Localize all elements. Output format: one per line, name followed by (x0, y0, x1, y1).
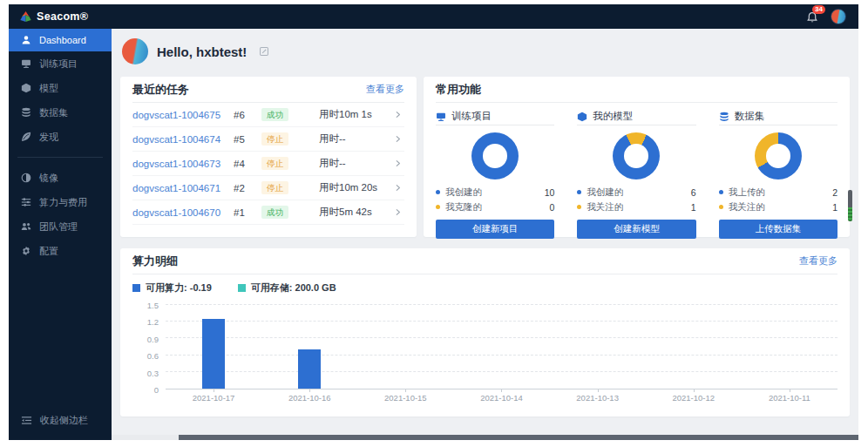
task-duration: 用时-- (319, 157, 394, 170)
training-projects-action-button[interactable]: 创建新项目 (436, 220, 554, 239)
chevron-right-icon[interactable] (394, 111, 404, 119)
sidebar-item-label: 模型 (39, 82, 58, 95)
sidebar-item-label: 算力与费用 (39, 196, 87, 209)
task-row[interactable]: dogvscat1-1004674#5停止用时-- (132, 127, 404, 152)
x-tick-label: 2021-10-15 (357, 389, 453, 403)
sidebar-item-images[interactable]: 镜像 (9, 166, 112, 190)
x-tick-label: 2021-10-13 (550, 389, 646, 403)
function-column-title: 我的模型 (593, 110, 633, 123)
notifications-button[interactable]: 34 (806, 10, 820, 24)
sidebar-item-label: 配置 (39, 245, 58, 258)
sidebar-item-label: 团队管理 (39, 220, 78, 234)
legend-value: 1 (691, 202, 696, 213)
task-run-number: #6 (234, 110, 261, 120)
task-run-number: #1 (234, 207, 261, 218)
legend-value: 0 (549, 202, 554, 213)
legend-swatch (238, 284, 246, 292)
chart-bar[interactable] (202, 319, 225, 389)
task-row[interactable]: dogvscat1-1004670#1成功用时5m 42s (132, 200, 404, 225)
task-duration: 用时10m 1s (319, 108, 394, 121)
recent-tasks-card: 最近的任务 查看更多 dogvscat1-1004675#6成功用时10m 1s… (120, 77, 417, 237)
task-status-badge: 停止 (261, 181, 288, 194)
sidebar-item-dashboard[interactable]: Dashboard (9, 29, 112, 51)
mirror-icon (21, 173, 31, 183)
function-columns: 训练项目我创建的10我克隆的0创建新项目我的模型我创建的6我关注的1创建新模型数… (436, 103, 837, 239)
chart-bar-slot (166, 305, 261, 389)
task-row[interactable]: dogvscat1-1004675#6成功用时10m 1s (132, 103, 404, 127)
task-name-link[interactable]: dogvscat1-1004674 (132, 134, 234, 145)
sidebar-item-models[interactable]: 模型 (9, 76, 112, 100)
x-tick-label: 2021-10-16 (261, 389, 357, 403)
sidebar-item-label: 数据集 (39, 106, 68, 119)
monitor-icon (21, 58, 31, 69)
chart-y-axis: 00.30.60.91.21.5 (132, 305, 159, 389)
sidebar-item-datasets[interactable]: 数据集 (9, 100, 112, 125)
my-models-action-button[interactable]: 创建新模型 (577, 220, 695, 239)
function-column-datasets: 数据集我上传的2我关注的1上传数据集 (719, 108, 837, 239)
legend-value: 2 (832, 187, 837, 198)
chart-legend-item[interactable]: 可用算力: -0.19 (132, 281, 212, 295)
task-row[interactable]: dogvscat1-1004671#2停止用时10m 20s (132, 176, 404, 200)
seacom-logo-icon (19, 10, 32, 23)
sidebar-item-training-projects[interactable]: 训练项目 (9, 51, 112, 76)
chart-legend-item[interactable]: 可用存储: 200.0 GB (238, 281, 336, 295)
horizontal-scrollbar-thumb[interactable] (179, 435, 858, 440)
task-name-link[interactable]: dogvscat1-1004671 (132, 183, 234, 193)
task-status-badge: 成功 (261, 108, 288, 121)
task-row[interactable]: dogvscat1-1004673#4停止用时-- (132, 152, 404, 176)
sidebar-menu: Dashboard训练项目模型数据集发现镜像算力与费用团队管理配置 (9, 29, 112, 407)
user-avatar[interactable] (831, 9, 846, 24)
legend-label: 我关注的 (729, 201, 765, 213)
sidebar-item-settings[interactable]: 配置 (9, 239, 112, 263)
common-functions-header: 常用功能 (436, 77, 837, 103)
common-functions-title: 常用功能 (436, 82, 481, 98)
legend-label: 我创建的 (587, 186, 623, 199)
chart-legend-text: 可用存储: 200.0 GB (251, 281, 336, 295)
donut-legend-row: 我创建的10 (436, 185, 554, 200)
legend-dot (719, 190, 723, 194)
donut-legend-row: 我关注的1 (719, 200, 837, 214)
chart-bar-slot (550, 305, 646, 389)
sliders-icon (21, 197, 31, 207)
chart-x-axis: 2021-10-172021-10-162021-10-152021-10-14… (166, 389, 837, 403)
edit-icon[interactable] (259, 46, 269, 57)
team-icon (21, 221, 31, 232)
greeting-avatar (122, 38, 148, 64)
main-content: Hello, hxbtest! 最近的任务 查看更多 dogvscat1-100… (112, 29, 858, 440)
chevron-right-icon[interactable] (394, 184, 404, 192)
task-status-badge: 停止 (261, 157, 288, 170)
task-run-number: #2 (234, 183, 261, 193)
donut-chart (471, 132, 519, 179)
recent-tasks-header: 最近的任务 查看更多 (132, 77, 404, 103)
chart-bar[interactable] (298, 349, 321, 389)
task-name-link[interactable]: dogvscat1-1004670 (132, 207, 234, 218)
chart-bar-slot (357, 305, 453, 389)
chart-bar-slot (646, 305, 742, 389)
function-column-title: 训练项目 (451, 110, 492, 123)
cards-row: 最近的任务 查看更多 dogvscat1-1004675#6成功用时10m 1s… (120, 77, 850, 237)
sidebar-item-discover[interactable]: 发现 (9, 125, 112, 149)
task-name-link[interactable]: dogvscat1-1004673 (132, 159, 234, 169)
compute-view-more-link[interactable]: 查看更多 (799, 254, 837, 268)
sidebar-item-compute-billing[interactable]: 算力与费用 (9, 190, 112, 214)
tasks-view-more-link[interactable]: 查看更多 (366, 83, 404, 96)
sidebar-divider (17, 157, 103, 158)
donut-chart (613, 132, 660, 179)
chevron-right-icon[interactable] (394, 208, 404, 216)
topbar-actions: 34 (806, 9, 846, 24)
task-name-link[interactable]: dogvscat1-1004675 (132, 110, 234, 120)
sidebar-item-team-management[interactable]: 团队管理 (9, 214, 112, 239)
y-tick-label: 1.2 (147, 317, 159, 327)
vertical-scrollbar-thumb[interactable] (848, 190, 852, 221)
sidebar-item-label: 训练项目 (39, 58, 78, 71)
task-list: dogvscat1-1004675#6成功用时10m 1sdogvscat1-1… (132, 103, 404, 225)
chevron-right-icon[interactable] (394, 135, 404, 143)
datasets-action-button[interactable]: 上传数据集 (719, 220, 837, 239)
chevron-right-icon[interactable] (394, 159, 404, 167)
task-run-number: #5 (234, 134, 261, 145)
greeting-row: Hello, hxbtest! (122, 37, 850, 65)
donut-legend-row: 我克隆的0 (436, 200, 554, 214)
legend-dot (436, 190, 440, 194)
legend-label: 我创建的 (445, 186, 482, 199)
collapse-sidebar-button[interactable]: 收起侧边栏 (9, 407, 112, 433)
